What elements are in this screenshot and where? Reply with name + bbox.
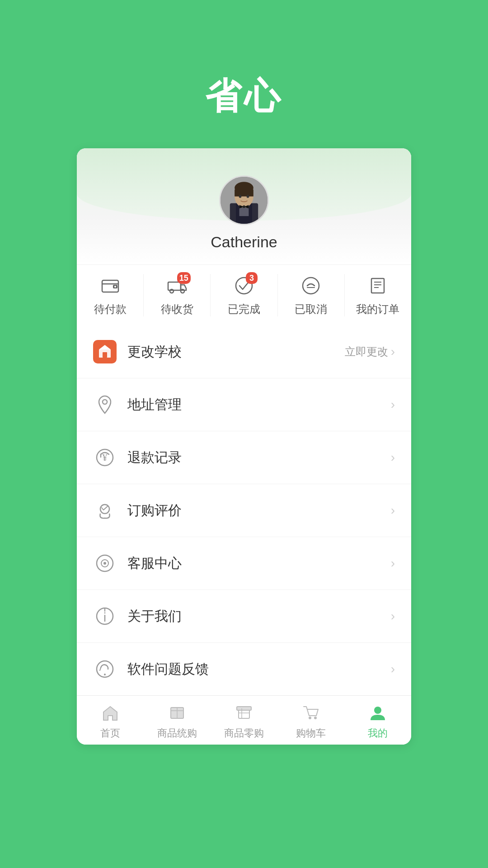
menu-item-change-school[interactable]: 更改学校 立即更改 › bbox=[77, 326, 411, 378]
school-icon bbox=[93, 340, 117, 363]
change-school-label: 更改学校 bbox=[127, 343, 345, 361]
svg-text:!: ! bbox=[103, 606, 106, 615]
nav-home-label: 首页 bbox=[100, 726, 120, 740]
svg-rect-20 bbox=[371, 278, 384, 293]
nav-cart-label: 购物车 bbox=[296, 726, 326, 740]
svg-rect-15 bbox=[168, 282, 181, 290]
svg-point-34 bbox=[103, 562, 106, 565]
location-icon bbox=[93, 393, 117, 416]
wallet-icon bbox=[99, 274, 122, 297]
tab-pending-payment[interactable]: 待付款 bbox=[77, 274, 144, 316]
nav-mine[interactable]: 我的 bbox=[344, 703, 411, 740]
menu-item-refund[interactable]: ¥ 退款记录 › bbox=[77, 431, 411, 484]
chevron-right-icon: › bbox=[391, 503, 395, 518]
svg-point-14 bbox=[114, 286, 116, 288]
feedback-icon bbox=[93, 657, 117, 681]
svg-point-49 bbox=[314, 717, 317, 719]
review-label: 订购评价 bbox=[127, 501, 391, 520]
profile-header: Catherine bbox=[77, 148, 411, 264]
nav-retail-label: 商品零购 bbox=[224, 726, 264, 740]
completed-badge: 3 bbox=[246, 272, 258, 284]
svg-point-28 bbox=[103, 400, 107, 404]
info-icon: ! bbox=[93, 604, 117, 628]
chevron-right-icon: › bbox=[391, 556, 395, 571]
tab-all-orders[interactable]: 我的订单 bbox=[345, 274, 411, 316]
service-label: 客服中心 bbox=[127, 554, 391, 573]
order-tabs: 待付款 15 待收货 3 bbox=[77, 264, 411, 326]
menu-item-service[interactable]: 客服中心 › bbox=[77, 537, 411, 590]
svg-point-19 bbox=[303, 278, 319, 294]
list-icon bbox=[366, 274, 389, 297]
delivery-badge: 15 bbox=[177, 272, 191, 284]
tab-pending-delivery[interactable]: 15 待收货 bbox=[144, 274, 211, 316]
tab-cancelled[interactable]: 已取消 bbox=[278, 274, 345, 316]
check-icon: 3 bbox=[232, 274, 256, 297]
svg-rect-6 bbox=[235, 189, 253, 196]
bottom-nav: 首页 商品统购 商品零购 bbox=[77, 695, 411, 745]
about-label: 关于我们 bbox=[127, 607, 391, 626]
retail-icon bbox=[234, 703, 254, 723]
svg-point-40 bbox=[104, 674, 106, 675]
cancel-icon bbox=[299, 274, 323, 297]
avatar bbox=[219, 175, 269, 225]
tab-pending-payment-label: 待付款 bbox=[94, 302, 127, 316]
feedback-label: 软件问题反馈 bbox=[127, 660, 391, 679]
tab-completed-label: 已完成 bbox=[228, 302, 260, 316]
service-icon bbox=[93, 552, 117, 575]
svg-point-7 bbox=[239, 195, 242, 198]
menu-item-about[interactable]: ! 关于我们 › bbox=[77, 590, 411, 643]
menu-section: 更改学校 立即更改 › 地址管理 › ¥ bbox=[77, 326, 411, 695]
change-school-action: 立即更改 › bbox=[345, 344, 395, 359]
tab-pending-delivery-label: 待收货 bbox=[161, 302, 193, 316]
chevron-right-icon: › bbox=[391, 662, 395, 676]
svg-rect-27 bbox=[103, 346, 106, 349]
nav-mine-label: 我的 bbox=[368, 726, 388, 740]
svg-point-11 bbox=[243, 205, 245, 208]
tab-cancelled-label: 已取消 bbox=[295, 302, 327, 316]
home-icon bbox=[100, 703, 120, 723]
svg-point-16 bbox=[170, 289, 174, 293]
svg-line-39 bbox=[100, 668, 101, 670]
svg-point-8 bbox=[247, 195, 249, 198]
app-title: 省心 bbox=[205, 72, 283, 121]
svg-point-50 bbox=[374, 707, 381, 714]
avatar-container[interactable] bbox=[219, 175, 269, 225]
cart-icon bbox=[301, 703, 321, 723]
username: Catherine bbox=[211, 233, 277, 251]
menu-item-address[interactable]: 地址管理 › bbox=[77, 378, 411, 431]
refund-icon: ¥ bbox=[93, 446, 117, 469]
main-card: Catherine 待付款 bbox=[77, 148, 411, 745]
tab-completed[interactable]: 3 已完成 bbox=[211, 274, 277, 316]
truck-icon: 15 bbox=[165, 274, 189, 297]
bulk-icon bbox=[167, 703, 187, 723]
tab-all-orders-label: 我的订单 bbox=[356, 302, 399, 316]
nav-retail[interactable]: 商品零购 bbox=[211, 703, 277, 740]
svg-point-48 bbox=[309, 717, 311, 719]
address-label: 地址管理 bbox=[127, 396, 391, 414]
chevron-right-icon: › bbox=[391, 450, 395, 465]
menu-item-feedback[interactable]: 软件问题反馈 › bbox=[77, 643, 411, 695]
avatar-image bbox=[221, 177, 267, 224]
svg-rect-45 bbox=[237, 707, 251, 710]
refund-label: 退款记录 bbox=[127, 448, 391, 467]
user-icon bbox=[368, 703, 388, 723]
svg-rect-25 bbox=[103, 352, 107, 358]
nav-bulk-order[interactable]: 商品统购 bbox=[144, 703, 211, 740]
review-icon bbox=[93, 499, 117, 522]
nav-cart[interactable]: 购物车 bbox=[277, 703, 344, 740]
svg-point-17 bbox=[181, 289, 184, 293]
nav-home[interactable]: 首页 bbox=[77, 703, 144, 740]
nav-bulk-label: 商品统购 bbox=[157, 726, 197, 740]
menu-item-review[interactable]: 订购评价 › bbox=[77, 484, 411, 537]
chevron-right-icon: › bbox=[391, 344, 395, 359]
chevron-right-icon: › bbox=[391, 609, 395, 623]
chevron-right-icon: › bbox=[391, 397, 395, 412]
